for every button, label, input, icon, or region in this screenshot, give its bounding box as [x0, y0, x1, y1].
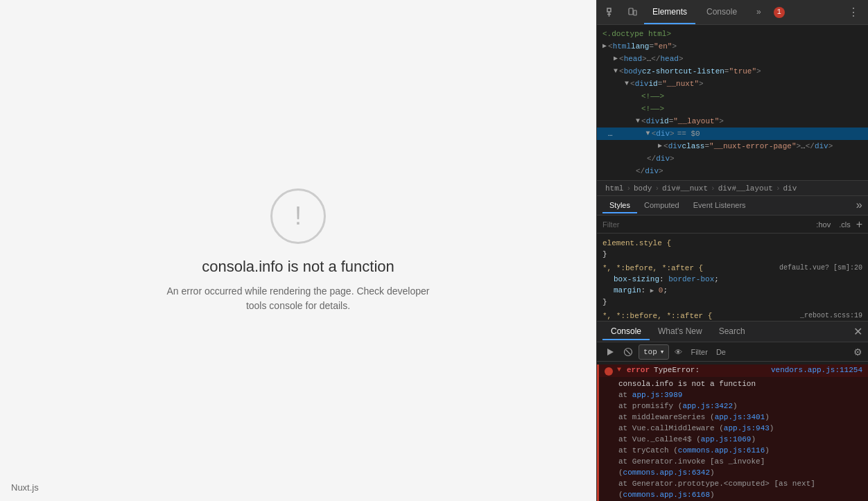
tab-computed[interactable]: Computed — [637, 198, 686, 213]
breadcrumb-html[interactable]: html — [602, 184, 626, 193]
console-tabs: Console What's New Search ✕ — [597, 322, 868, 342]
breadcrumb-layout[interactable]: div#__layout — [715, 184, 776, 193]
stack-link-4[interactable]: app.js:943 — [724, 424, 770, 432]
console-toolbar: top ▾ 👁 Filter De ⚙ — [597, 342, 868, 362]
error-title: consola.info is not a function — [202, 258, 394, 276]
margin-expand[interactable]: ▶ — [650, 288, 654, 295]
tab-console[interactable]: Console — [698, 0, 745, 24]
tab-styles[interactable]: Styles — [602, 198, 637, 213]
svg-marker-5 — [607, 349, 614, 355]
html-line-close-div[interactable]: </div> — [597, 152, 868, 165]
console-stack-trace: consola.info is not a function at app.js… — [597, 377, 868, 501]
console-output: ▼ error TypeError: vendors.app.js:11254 … — [597, 362, 868, 501]
tab-console-bottom[interactable]: Console — [602, 324, 650, 340]
console-filter-button[interactable]: Filter — [688, 346, 710, 358]
svg-rect-3 — [629, 8, 633, 15]
expand-arrow-html[interactable]: ▶ — [602, 41, 607, 52]
html-line-comment1[interactable]: <!——> — [597, 90, 868, 103]
expand-arrow-div[interactable]: ▼ — [646, 128, 650, 139]
styles-filter-bar: :hov .cls + — [597, 216, 868, 234]
tab-whats-new[interactable]: What's New — [650, 324, 711, 340]
device-toggle-button[interactable] — [623, 3, 641, 21]
nuxt-label: Nuxt.js — [11, 482, 39, 493]
style-source-1[interactable]: default.vue? [sm]:20 — [779, 263, 862, 274]
console-close-button[interactable]: ✕ — [853, 325, 862, 338]
html-line-comment2[interactable]: <!——> — [597, 103, 868, 115]
devtools-panel: Elements Console » 1 ⋮ <.doctype html> ▶… — [596, 0, 868, 501]
html-line-doctype[interactable]: <.doctype html> — [597, 28, 868, 40]
expand-arrow-body[interactable]: ▼ — [614, 66, 618, 77]
style-rule-reboot: *, *::before, *::after { _reboot.scss:19… — [597, 309, 868, 321]
console-settings-button[interactable]: ⚙ — [853, 346, 862, 358]
error-count-badge: 1 — [774, 7, 785, 18]
styles-content: element.style { } *, *:before, *:after {… — [597, 234, 868, 321]
styles-more-button[interactable]: » — [856, 200, 862, 212]
error-dot-icon — [605, 367, 613, 376]
console-run-button[interactable] — [602, 344, 618, 360]
html-line-html[interactable]: ▶ <html lang="en" > — [597, 40, 868, 53]
html-line-head[interactable]: ▶ <head>…</head> — [597, 53, 868, 65]
html-line-selected-div[interactable]: … ▼ <div> == $0 — [597, 128, 868, 140]
expand-arrow-layout[interactable]: ▼ — [636, 116, 640, 127]
bottom-panel: Console What's New Search ✕ top ▾ 👁 Filt… — [597, 321, 868, 501]
tab-search[interactable]: Search — [711, 324, 754, 340]
stack-link-8[interactable]: commons.app.js:6168 — [623, 491, 710, 499]
html-line-nuxt[interactable]: ▼ <div id="__nuxt" > — [597, 78, 868, 90]
expand-arrow-head[interactable]: ▶ — [614, 53, 618, 64]
elements-panel: <.doctype html> ▶ <html lang="en" > ▶ <h… — [597, 25, 868, 181]
html-line-body[interactable]: ▼ <body cz-shortcut-listen="true" > — [597, 65, 868, 78]
error-description: An error occurred while rendering the pa… — [159, 284, 437, 313]
console-error-header: ▼ error TypeError: vendors.app.js:11254 — [597, 364, 868, 377]
devtools-menu-button[interactable]: ⋮ — [844, 3, 862, 21]
console-clear-button[interactable] — [620, 344, 636, 360]
html-line-layout[interactable]: ▼ <div id="__layout" > — [597, 115, 868, 128]
expand-arrow-nuxt[interactable]: ▼ — [625, 78, 629, 89]
style-rule-universal: *, *:before, *:after { default.vue? [sm]… — [597, 261, 868, 309]
style-rule-element: element.style { } — [597, 236, 868, 261]
error-icon: ! — [270, 188, 326, 244]
expand-arrow-error-page[interactable]: ▶ — [658, 141, 662, 152]
stack-link-3[interactable]: app.js:3401 — [715, 413, 765, 421]
tab-event-listeners[interactable]: Event Listeners — [686, 198, 753, 213]
html-line-close-div2[interactable]: </div> — [597, 165, 868, 177]
breadcrumb-div[interactable]: div — [780, 184, 799, 193]
stack-link-5[interactable]: app.js:1069 — [701, 435, 752, 443]
error-expand-arrow[interactable]: ▼ — [617, 366, 621, 373]
stack-link-2[interactable]: app.js:3422 — [682, 402, 733, 410]
style-source-2[interactable]: _reboot.scss:19 — [800, 310, 862, 321]
console-de-button[interactable]: De — [713, 346, 729, 358]
hov-filter-button[interactable]: :hov — [813, 219, 833, 230]
tab-elements[interactable]: Elements — [644, 0, 695, 24]
svg-rect-0 — [607, 8, 611, 12]
tab-more[interactable]: » — [748, 0, 770, 24]
stack-link-6[interactable]: commons.app.js:6116 — [678, 446, 765, 455]
breadcrumb-bar: html › body › div#__nuxt › div#__layout … — [597, 181, 868, 196]
styles-filter-input[interactable] — [602, 220, 810, 229]
breadcrumb-nuxt[interactable]: div#__nuxt — [659, 184, 711, 193]
add-style-button[interactable]: + — [856, 219, 862, 230]
html-line-error-page[interactable]: ▶ <div class="__nuxt-error-page" >…</div… — [597, 140, 868, 152]
cls-filter-button[interactable]: .cls — [836, 219, 853, 230]
console-context-selector[interactable]: top ▾ — [639, 344, 669, 360]
svg-rect-4 — [634, 10, 636, 15]
console-eye-button[interactable]: 👁 — [672, 346, 685, 358]
error-source-link[interactable]: vendors.app.js:11254 — [771, 366, 862, 374]
breadcrumb-body[interactable]: body — [631, 184, 654, 193]
styles-tabs: Styles Computed Event Listeners » — [597, 196, 868, 216]
devtools-topbar: Elements Console » 1 ⋮ — [597, 0, 868, 25]
main-page: ! consola.info is not a function An erro… — [0, 0, 596, 501]
svg-line-7 — [626, 350, 630, 354]
stack-link-7[interactable]: commons.app.js:6342 — [623, 468, 710, 477]
stack-link-1[interactable]: app.js:3989 — [632, 391, 683, 399]
inspect-element-button[interactable] — [602, 3, 620, 21]
